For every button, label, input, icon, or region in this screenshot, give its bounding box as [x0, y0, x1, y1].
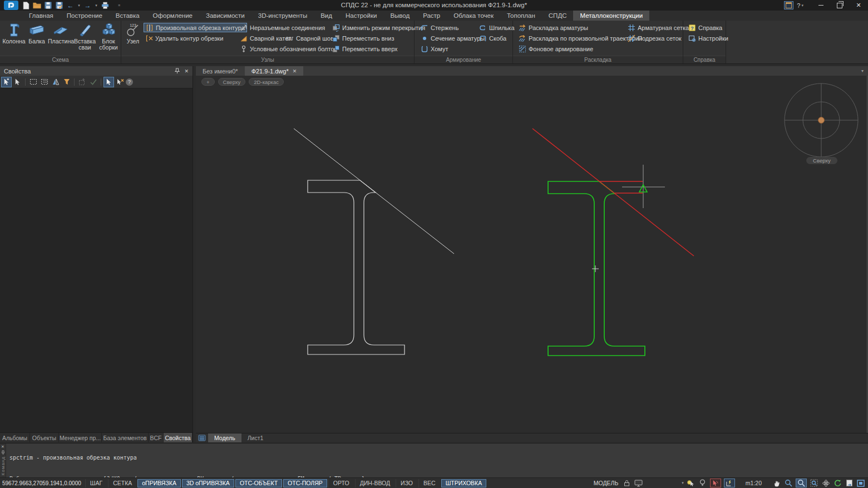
tab-vid[interactable]: Вид — [314, 11, 339, 21]
sheet-preview-icon[interactable] — [845, 479, 854, 487]
lock-icon[interactable] — [622, 479, 631, 487]
redo-icon[interactable]: → — [83, 1, 92, 9]
tab-bcf[interactable]: BCF — [149, 433, 164, 442]
stirrup-button[interactable]: Хомут — [419, 44, 450, 53]
assembly-block-button[interactable]: Блок сборки — [97, 22, 120, 51]
save-icon[interactable] — [43, 1, 53, 9]
tab-vyvod[interactable]: Вывод — [383, 11, 416, 21]
pin-icon[interactable] — [175, 68, 180, 74]
rebar-mesh-button[interactable]: Арматурная сетка — [626, 23, 691, 32]
restore-button[interactable] — [830, 0, 849, 11]
rebar-section-button[interactable]: Сечение арматуры — [419, 33, 486, 43]
tab-oformlenie[interactable]: Оформление — [146, 11, 199, 21]
toggle-object-tracking[interactable]: ОТС-ОБЪЕКТ — [235, 479, 282, 487]
weld-seam-button[interactable]: Сварной шов — [284, 33, 336, 43]
zoom-icon[interactable] — [784, 479, 793, 487]
cursor-highlight-icon[interactable] — [687, 479, 696, 487]
redo-dropdown-icon[interactable]: ▾ — [94, 3, 98, 8]
invert-selection-tool[interactable] — [50, 77, 61, 87]
minimize-button[interactable] — [811, 0, 830, 11]
tab-baza-elementov[interactable]: База элементов — [102, 433, 149, 442]
tab-glavnaya[interactable]: Главная — [22, 11, 60, 21]
tab-vstavka[interactable]: Вставка — [109, 11, 146, 21]
toggle-osnap-3d[interactable]: 3D оПРИВЯЗКА — [182, 479, 234, 487]
tab-oblaka-tochek[interactable]: Облака точек — [447, 11, 500, 21]
command-line-panel[interactable]: ✕ Команд spctrim - произвольная обрезка … — [0, 443, 868, 477]
background-reinforcement-button[interactable]: Фоновое армирование — [517, 44, 595, 53]
toggle-ortho[interactable]: ОРТО — [328, 479, 354, 487]
pan-icon[interactable] — [772, 479, 781, 487]
marquee-grid-select-tool[interactable] — [39, 77, 50, 87]
new-file-icon[interactable] — [21, 1, 31, 9]
layouts-list-icon[interactable] — [196, 433, 208, 442]
open-file-icon[interactable] — [32, 1, 42, 9]
tab-zavisimosti[interactable]: Зависимости — [199, 11, 251, 21]
layout-arbitrary-path-button[interactable]: Раскладка по произвольной траектории — [517, 33, 644, 43]
toggle-snap-step[interactable]: ШАГ — [85, 479, 107, 487]
move-up-button[interactable]: Переместить вверх — [331, 44, 400, 53]
regen-icon[interactable] — [833, 479, 842, 487]
tab-obekty[interactable]: Объекты — [30, 433, 59, 442]
arbitrary-contour-trim-button[interactable]: Произвольная обрезка контура — [144, 23, 247, 32]
help-dropdown-icon[interactable]: ▾ — [801, 3, 803, 8]
pile-insert-button[interactable]: Вставка сваи — [73, 22, 97, 51]
workspace-switcher-icon[interactable] — [784, 1, 793, 9]
plate-button[interactable]: Пластина — [48, 22, 73, 45]
ucs-icon[interactable] — [724, 479, 735, 487]
tab-rastr[interactable]: Растр — [416, 11, 447, 21]
annotation-scale[interactable]: m1:20 — [746, 480, 762, 486]
view-direction-button[interactable]: Сверху — [218, 78, 246, 86]
tab-nastroyki[interactable]: Настройки — [339, 11, 383, 21]
orbit-icon[interactable] — [821, 479, 830, 487]
save-as-icon[interactable] — [55, 1, 64, 9]
tab-metallokonstruktsii[interactable]: Металлоконструкции — [573, 11, 649, 21]
change-overlap-mode-button[interactable]: Изменить режим перекрытия — [331, 23, 427, 32]
mesh-trim-button[interactable]: Подрезка сеток — [626, 33, 683, 43]
move-down-button[interactable]: Переместить вниз — [331, 33, 396, 43]
undo-icon[interactable]: ← — [66, 1, 75, 9]
model-canvas[interactable]: + Сверху 2D-каркас Сверху — [196, 76, 868, 433]
space-indicator[interactable]: МОДЕЛЬ — [594, 480, 619, 486]
tab-spds[interactable]: СПДС — [542, 11, 574, 21]
selection-filter-tool[interactable] — [61, 77, 72, 87]
bracket-clamp-button[interactable]: Скоба — [477, 33, 508, 43]
node-button[interactable]: 123 Узел — [124, 22, 142, 45]
tab-albomy[interactable]: Альбомы — [0, 433, 30, 442]
bulb-icon[interactable] — [698, 479, 707, 487]
status-dropdown-icon[interactable]: ▾ — [682, 481, 684, 485]
zoom-extents-icon[interactable] — [810, 479, 818, 487]
toggle-osnap[interactable]: оПРИВЯЗКА — [137, 479, 181, 487]
close-button[interactable]: ✕ — [849, 0, 868, 11]
tab-manager[interactable]: Менеджер пр... — [59, 433, 102, 442]
print-icon[interactable] — [100, 1, 110, 9]
properties-help-icon[interactable]: ? — [126, 78, 133, 86]
select-tool[interactable] — [12, 77, 23, 87]
tab-list1[interactable]: Лист1 — [241, 433, 270, 442]
visual-style-button[interactable]: 2D-каркас — [249, 78, 284, 86]
doc-tab-current[interactable]: Ф21.9-1.dwg* ✕ — [245, 66, 304, 76]
tab-svoystva[interactable]: Свойства — [164, 433, 193, 442]
select-append-tool[interactable] — [1, 77, 12, 87]
toggle-grid[interactable]: СЕТКА — [108, 479, 136, 487]
toggle-dynamic-input[interactable]: ДИН-ВВОД — [355, 479, 394, 487]
bolt-symbols-button[interactable]: Условные обозначения болтов — [238, 44, 339, 53]
column-button[interactable]: Колонна — [2, 22, 26, 45]
doc-tab-unnamed[interactable]: Без имени0* — [196, 66, 245, 76]
pin-stud-button[interactable]: Шпилька — [477, 23, 516, 32]
doc-tab-list-icon[interactable]: ▾ — [861, 68, 868, 73]
settings-button[interactable]: Настройки — [687, 33, 730, 43]
toggle-hatch-display[interactable]: ШТРИХОВКА — [441, 479, 487, 487]
command-pin-icon[interactable] — [1, 450, 5, 455]
help-menu[interactable]: ? — [797, 2, 800, 9]
viewport-menu-button[interactable]: + — [201, 78, 215, 86]
command-close-icon[interactable]: ✕ — [1, 445, 4, 449]
qat-customize-icon[interactable]: ≡ — [117, 3, 121, 7]
marquee-select-tool[interactable] — [28, 77, 38, 87]
navsphere-view-label[interactable]: Сверху — [806, 157, 837, 164]
permanent-joints-button[interactable]: Неразъемные соединения — [238, 23, 327, 32]
pointer-mode-tool[interactable] — [103, 77, 114, 87]
tab-model[interactable]: Модель — [208, 433, 241, 442]
autosnap-marker-icon[interactable] — [710, 479, 721, 487]
fullscreen-icon[interactable] — [856, 479, 865, 487]
tab-topoplan[interactable]: Топоплан — [500, 11, 542, 21]
